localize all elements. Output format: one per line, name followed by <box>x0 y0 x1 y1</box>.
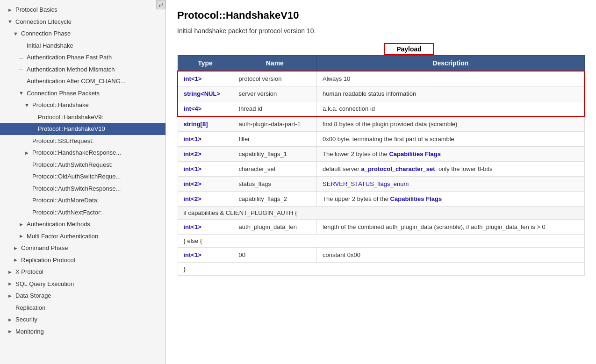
arrow-icon <box>7 328 13 335</box>
data-table: Type Name Description int<1>protocol ver… <box>177 55 585 276</box>
arrow-icon <box>19 65 24 73</box>
table-row: int<1>auth_plugin_data_lenlength of the … <box>178 220 584 235</box>
sidebar-item-protocol-sslrequest[interactable]: Protocol::SSLRequest: <box>0 135 165 147</box>
sidebar-item-monitoring[interactable]: Monitoring <box>0 326 165 338</box>
arrow-icon <box>19 89 24 97</box>
name-cell: character_set <box>233 162 316 177</box>
table-body: int<1>protocol versionAlways 10string<NU… <box>178 71 584 276</box>
type-cell: string<NUL> <box>178 86 233 101</box>
name-cell: protocol version <box>233 71 316 86</box>
type-cell: int<1> <box>178 220 233 235</box>
sidebar-item-connection-lifecycle[interactable]: Connection Lifecycle <box>0 16 165 28</box>
type-cell: int<2> <box>178 147 233 162</box>
sidebar-item-protocol-handshake[interactable]: Protocol::Handshake <box>0 99 165 111</box>
sidebar-item-replication[interactable]: Replication <box>0 302 165 314</box>
sidebar-item-label: Multi Factor Authentication <box>27 232 98 241</box>
sidebar-item-protocol-handshakeresponse[interactable]: Protocol::HandshakeResponse... <box>0 147 165 159</box>
type-cell: int<1> <box>178 162 233 177</box>
payload-label: Payload <box>384 43 434 55</box>
description-cell: human readable status information <box>317 86 584 101</box>
col-type: Type <box>178 56 233 71</box>
condition-cell: if capabilities & CLIENT_PLUGIN_AUTH { <box>178 207 584 220</box>
arrow-icon <box>24 149 30 157</box>
sidebar-item-auth-phase-fast[interactable]: Authentication Phase Fast Path <box>0 51 165 64</box>
sidebar-item-protocol-authmoredata[interactable]: Protocol::AuthMoreData: <box>0 194 165 207</box>
description-cell: first 8 bytes of the plugin provided dat… <box>317 116 584 132</box>
sidebar-item-auth-method-mismatch[interactable]: Authentication Method Mismatch <box>0 64 165 76</box>
arrow-icon <box>13 30 19 38</box>
table-row: int<4>thread ida.k.a. connection id <box>178 101 584 117</box>
description-cell: SERVER_STATUS_flags_enum <box>317 177 584 192</box>
sidebar-item-connection-phase[interactable]: Connection Phase <box>0 28 165 40</box>
arrow-icon <box>19 221 24 228</box>
table-row: } else { <box>178 235 584 248</box>
arrow-icon <box>19 232 24 240</box>
sidebar-item-sql-query-execution[interactable]: SQL Query Execution <box>0 278 165 290</box>
sidebar-item-label: Security <box>15 315 37 324</box>
sidebar-item-label: Data Storage <box>15 291 51 300</box>
name-cell: filler <box>233 132 316 147</box>
arrow-icon <box>7 292 13 300</box>
sidebar-item-protocol-authswitchresponse[interactable]: Protocol::AuthSwitchResponse... <box>0 183 165 195</box>
page-title: Protocol::HandshakeV10 <box>177 9 585 21</box>
arrow-icon <box>19 42 24 50</box>
description-cell: length of the combined auth_plugin_data … <box>317 220 584 235</box>
sidebar-item-label: X Protocol <box>15 267 43 277</box>
arrow-icon <box>13 256 19 264</box>
table-row: if capabilities & CLIENT_PLUGIN_AUTH { <box>178 207 584 220</box>
sidebar-item-label: Protocol::HandshakeV9: <box>38 113 103 122</box>
sidebar-item-label: Protocol::AuthSwitchRequest: <box>32 160 113 170</box>
sidebar-item-replication-protocol[interactable]: Replication Protocol <box>0 254 165 266</box>
sidebar-item-x-protocol[interactable]: X Protocol <box>0 266 165 278</box>
sidebar-item-label: Protocol::AuthSwitchResponse... <box>32 184 121 193</box>
sidebar-item-label: Protocol::HandshakeResponse... <box>32 148 121 157</box>
arrow-icon <box>24 101 30 109</box>
sidebar-item-label: Protocol Basics <box>15 5 57 14</box>
sidebar-item-command-phase[interactable]: Command Phase <box>0 242 165 254</box>
sidebar-item-protocol-authswitchrequest[interactable]: Protocol::AuthSwitchRequest: <box>0 159 165 171</box>
name-cell: auth_plugin_data_len <box>233 220 316 235</box>
sidebar-item-label: Protocol::AuthNextFactor: <box>32 208 102 217</box>
table-row: int<2>status_flagsSERVER_STATUS_flags_en… <box>178 177 584 192</box>
description-cell: Always 10 <box>317 71 584 86</box>
sidebar-item-protocol-authnextfactor[interactable]: Protocol::AuthNextFactor: <box>0 207 165 219</box>
type-cell: int<4> <box>178 101 233 117</box>
sidebar-item-label: Replication Protocol <box>21 256 75 265</box>
name-cell: 00 <box>233 248 316 263</box>
name-cell: thread id <box>233 101 316 117</box>
name-cell: capability_flags_2 <box>233 192 316 207</box>
sidebar-item-multi-factor-auth[interactable]: Multi Factor Authentication <box>0 230 165 243</box>
name-cell: auth-plugin-data-part-1 <box>233 116 316 132</box>
description-cell: constant 0x00 <box>317 248 584 263</box>
sidebar-item-label: Authentication Methods <box>27 220 90 229</box>
sidebar-item-auth-after-com[interactable]: Authentication After COM_CHANG... <box>0 75 165 87</box>
main-content: Protocol::HandshakeV10 Initial handshake… <box>166 0 596 364</box>
sidebar-scroll-button[interactable]: ⇄ <box>156 0 165 9</box>
arrow-icon <box>7 18 13 26</box>
description-cell: default server a_protocol_character_set,… <box>317 162 584 177</box>
condition-cell: } <box>178 263 584 276</box>
sidebar-item-data-storage[interactable]: Data Storage <box>0 290 165 302</box>
sidebar-item-label: SQL Query Execution <box>15 279 74 289</box>
sidebar-item-label: Protocol::AuthMoreData: <box>32 196 99 205</box>
sidebar-item-label: Authentication Phase Fast Path <box>27 53 112 62</box>
sidebar-item-protocol-handshakev9[interactable]: Protocol::HandshakeV9: <box>0 111 165 123</box>
table-row: int<2>capability_flags_1The lower 2 byte… <box>178 147 584 162</box>
type-cell: int<2> <box>178 192 233 207</box>
sidebar-item-conn-phase-packets[interactable]: Connection Phase Packets <box>0 87 165 100</box>
sidebar-item-protocol-basics[interactable]: Protocol Basics <box>0 4 165 16</box>
page-description: Initial handshake packet for protocol ve… <box>177 27 585 35</box>
description-cell: 0x00 byte, terminating the first part of… <box>317 132 584 147</box>
sidebar-item-initial-handshake[interactable]: Initial Handshake <box>0 40 165 52</box>
sidebar-item-auth-methods[interactable]: Authentication Methods <box>0 218 165 230</box>
sidebar-item-protocol-oldauthswitchrequest[interactable]: Protocol::OldAuthSwitchReque... <box>0 171 165 183</box>
sidebar-item-security[interactable]: Security <box>0 314 165 326</box>
table-row: int<1>character_setdefault server a_prot… <box>178 162 584 177</box>
sidebar-item-label: Protocol::OldAuthSwitchReque... <box>32 172 121 181</box>
sidebar-item-label: Command Phase <box>21 243 68 253</box>
arrow-icon <box>13 244 19 252</box>
table-row: int<1>filler0x00 byte, terminating the f… <box>178 132 584 147</box>
sidebar-item-label: Replication <box>15 303 45 313</box>
sidebar-item-label: Protocol::Handshake <box>32 100 89 110</box>
sidebar-item-protocol-handshakev10[interactable]: Protocol::HandshakeV10 <box>0 123 165 135</box>
